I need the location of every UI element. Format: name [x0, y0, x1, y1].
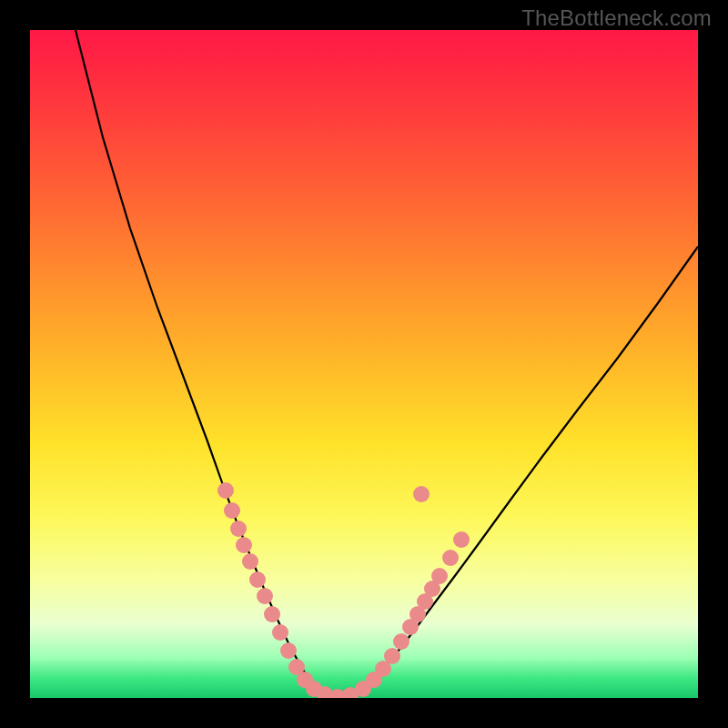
marker-dot	[272, 624, 288, 641]
watermark-text: TheBottleneck.com	[521, 5, 712, 31]
marker-dot	[230, 521, 247, 537]
marker-dot	[236, 537, 252, 553]
marker-dot	[384, 648, 400, 664]
marker-dot	[431, 568, 448, 584]
marker-dot	[224, 502, 240, 519]
marker-dot	[453, 531, 470, 548]
chart-svg	[30, 30, 698, 698]
marker-dot	[242, 553, 258, 570]
marker-dot	[393, 633, 410, 650]
plot-area	[30, 30, 698, 698]
marker-dot	[264, 606, 280, 622]
bottleneck-curve	[76, 30, 698, 698]
marker-dot	[280, 642, 297, 659]
marker-dot	[413, 486, 430, 502]
marker-dot	[217, 482, 234, 499]
curve-markers	[217, 482, 470, 698]
marker-dot	[257, 588, 273, 604]
chart-frame: TheBottleneck.com	[0, 0, 728, 728]
marker-dot	[249, 571, 266, 588]
marker-dot	[442, 550, 459, 566]
